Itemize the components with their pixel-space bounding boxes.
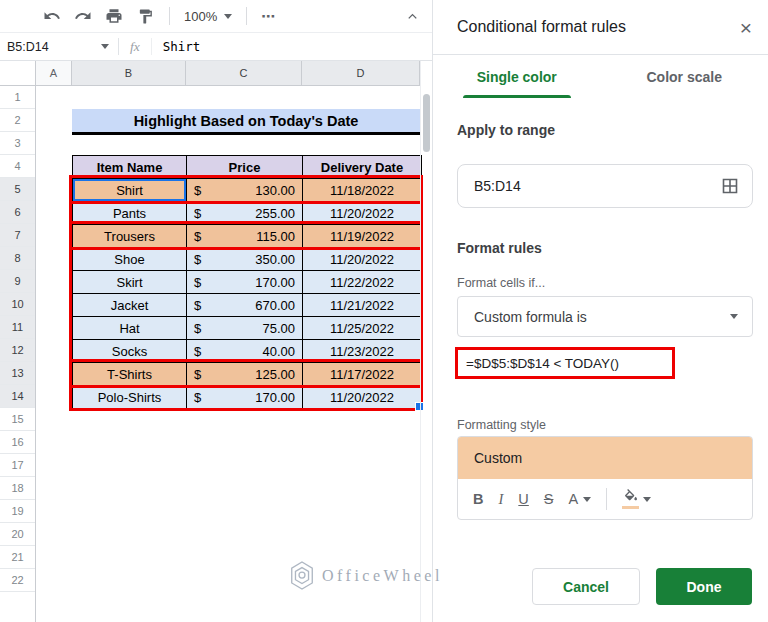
cell-item-name[interactable]: Pants xyxy=(73,202,187,225)
row-header-19[interactable]: 19 xyxy=(0,500,35,523)
row-header-14[interactable]: 14 xyxy=(0,385,35,408)
cell-delivery-date[interactable]: 11/25/2022 xyxy=(303,317,421,340)
cell-delivery-date[interactable]: 11/22/2022 xyxy=(303,271,421,294)
row-header-8[interactable]: 8 xyxy=(0,247,35,270)
row-header-13[interactable]: 13 xyxy=(0,362,35,385)
fill-color-button[interactable] xyxy=(622,489,651,509)
cell-delivery-date[interactable]: 11/18/2022 xyxy=(303,179,421,202)
row-header-22[interactable]: 22 xyxy=(0,569,35,592)
chevron-down-icon xyxy=(583,497,591,502)
undo-icon[interactable] xyxy=(42,6,62,26)
cell-delivery-date[interactable]: 11/19/2022 xyxy=(303,225,421,248)
column-header-C[interactable]: C xyxy=(186,61,302,85)
row-header-21[interactable]: 21 xyxy=(0,546,35,569)
strikethrough-button[interactable]: S xyxy=(544,491,554,507)
cell-item-name[interactable]: Skirt xyxy=(73,271,187,294)
text-color-label: A xyxy=(568,491,578,507)
column-header-D[interactable]: D xyxy=(302,61,420,85)
text-color-button[interactable]: A xyxy=(568,491,591,507)
row-header-11[interactable]: 11 xyxy=(0,316,35,339)
redo-icon[interactable] xyxy=(73,6,93,26)
row-header-15[interactable]: 15 xyxy=(0,408,35,431)
italic-button[interactable]: I xyxy=(498,491,503,508)
row-header-5[interactable]: 5 xyxy=(0,178,35,201)
cell-price[interactable]: $40.00 xyxy=(187,340,303,363)
row-header-3[interactable]: 3 xyxy=(0,132,35,155)
format-condition-dropdown[interactable]: Custom formula is xyxy=(457,296,753,337)
zoom-select[interactable]: 100% xyxy=(184,9,232,24)
row-header-9[interactable]: 9 xyxy=(0,270,35,293)
cell-item-name[interactable]: Trousers xyxy=(73,225,187,248)
cell-price[interactable]: $350.00 xyxy=(187,248,303,271)
column-header-A[interactable]: A xyxy=(36,61,72,85)
table-row: Socks$40.0011/23/2022 xyxy=(73,340,421,363)
cell-price[interactable]: $130.00 xyxy=(187,179,303,202)
style-preview: Custom xyxy=(458,437,752,479)
formula-bar-input[interactable]: Shirt xyxy=(152,39,432,54)
done-button[interactable]: Done xyxy=(656,568,752,605)
tab-color-scale[interactable]: Color scale xyxy=(601,55,768,98)
row-header-6[interactable]: 6 xyxy=(0,201,35,224)
cell-delivery-date[interactable]: 11/20/2022 xyxy=(303,386,421,409)
underline-button[interactable]: U xyxy=(518,491,528,507)
style-toolbar: B I U S A xyxy=(458,479,752,519)
cell-delivery-date[interactable]: 11/21/2022 xyxy=(303,294,421,317)
row-header-17[interactable]: 17 xyxy=(0,454,35,477)
cell-item-name[interactable]: Polo-Shirts xyxy=(73,386,187,409)
row-header-12[interactable]: 12 xyxy=(0,339,35,362)
cell-price[interactable]: $170.00 xyxy=(187,386,303,409)
cell-item-name[interactable]: Shoe xyxy=(73,248,187,271)
row-header-4[interactable]: 4 xyxy=(0,155,35,178)
row-header-16[interactable]: 16 xyxy=(0,431,35,454)
dropdown-value: Custom formula is xyxy=(474,309,587,325)
print-icon[interactable] xyxy=(104,6,124,26)
cell-item-name[interactable]: Hat xyxy=(73,317,187,340)
cell-price[interactable]: $75.00 xyxy=(187,317,303,340)
currency-symbol: $ xyxy=(194,275,201,290)
table-row: Hat$75.0011/25/2022 xyxy=(73,317,421,340)
table-header-cell[interactable]: Price xyxy=(187,156,303,179)
conditional-format-panel: Conditional format rules × Single color … xyxy=(432,0,768,622)
cell-delivery-date[interactable]: 11/17/2022 xyxy=(303,363,421,386)
row-header-7[interactable]: 7 xyxy=(0,224,35,247)
cell-price[interactable]: $255.00 xyxy=(187,202,303,225)
cell-price[interactable]: $115.00 xyxy=(187,225,303,248)
row-header-10[interactable]: 10 xyxy=(0,293,35,316)
custom-formula-input[interactable]: =$D$5:$D$14 < TODAY() xyxy=(455,347,675,379)
sheet-title-cell[interactable]: Highlight Based on Today's Date xyxy=(72,109,420,135)
name-box[interactable]: B5:D14 xyxy=(0,40,118,54)
cell-item-name[interactable]: Jacket xyxy=(73,294,187,317)
toolbar-divider xyxy=(606,488,607,510)
cell-item-name[interactable]: Socks xyxy=(73,340,187,363)
row-header-20[interactable]: 20 xyxy=(0,523,35,546)
bold-button[interactable]: B xyxy=(473,491,483,507)
cancel-button[interactable]: Cancel xyxy=(532,568,640,605)
format-cells-if-label: Format cells if... xyxy=(457,276,545,290)
apply-to-range-input[interactable]: B5:D14 xyxy=(457,164,753,208)
row-header-18[interactable]: 18 xyxy=(0,477,35,500)
table-header-cell[interactable]: Item Name xyxy=(73,156,187,179)
more-options-icon[interactable]: ⋯ xyxy=(261,8,277,24)
table-header-cell[interactable]: Delivery Date xyxy=(303,156,421,179)
vertical-scrollbar[interactable] xyxy=(420,61,432,622)
cell-delivery-date[interactable]: 11/20/2022 xyxy=(303,248,421,271)
row-header-1[interactable]: 1 xyxy=(0,86,35,109)
cell-price[interactable]: $670.00 xyxy=(187,294,303,317)
paint-format-icon[interactable] xyxy=(135,6,155,26)
scrollbar-thumb[interactable] xyxy=(423,94,430,152)
column-header-B[interactable]: B xyxy=(72,61,186,85)
cell-price[interactable]: $125.00 xyxy=(187,363,303,386)
cell-item-name[interactable]: Shirt xyxy=(73,179,187,202)
collapse-toolbar-icon[interactable] xyxy=(405,9,420,24)
close-icon[interactable]: × xyxy=(740,17,752,38)
select-data-range-icon[interactable] xyxy=(721,177,739,195)
cell-delivery-date[interactable]: 11/23/2022 xyxy=(303,340,421,363)
select-all-corner[interactable] xyxy=(0,61,36,85)
google-sheets-window: 100% ⋯ B5:D14 fx Shirt ABCD 123456789101… xyxy=(0,0,768,622)
cell-delivery-date[interactable]: 11/20/2022 xyxy=(303,202,421,225)
tab-single-color[interactable]: Single color xyxy=(433,55,601,98)
cell-price[interactable]: $170.00 xyxy=(187,271,303,294)
cell-item-name[interactable]: T-Shirts xyxy=(73,363,187,386)
row-header-2[interactable]: 2 xyxy=(0,109,35,132)
toolbar-divider xyxy=(169,7,170,25)
